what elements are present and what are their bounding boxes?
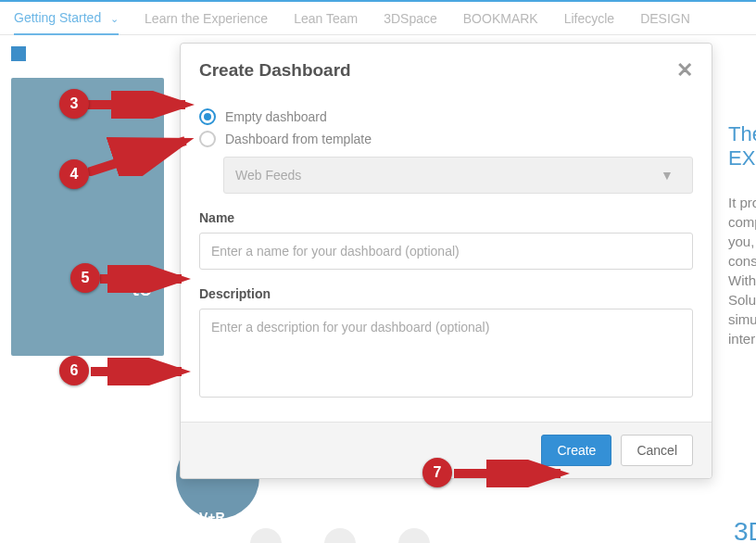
annotation-marker-5: 5 [70, 263, 100, 293]
radio-label: Empty dashboard [225, 109, 327, 124]
dashboard-name-input[interactable] [199, 233, 693, 270]
welcome-card: tc [11, 78, 164, 356]
annotation-marker-7: 7 [422, 458, 452, 487]
tab-learn[interactable]: Learn the Experience [145, 11, 268, 26]
annotation-arrow-7 [454, 460, 574, 487]
tab-label: Getting Started [14, 10, 101, 25]
annotation-arrow-5 [100, 265, 193, 293]
tab-3dspace[interactable]: 3DSpace [384, 11, 437, 26]
annotation-arrow-6 [91, 358, 195, 385]
dialog-title: Create Dashboard [199, 60, 351, 81]
annotation-arrow-3 [88, 91, 199, 119]
app-icon-2 [324, 528, 356, 543]
headline-line2: EXP [728, 146, 756, 170]
annotation-arrow-4 [88, 135, 199, 176]
radio-label: Dashboard from template [225, 132, 372, 146]
ds-logo-icon [11, 46, 26, 61]
headline-1: The EXP [728, 122, 756, 170]
tab-bookmark[interactable]: BOOKMARK [463, 11, 538, 26]
name-label: Name [199, 210, 693, 225]
tab-lifecycle[interactable]: Lifecycle [564, 11, 614, 26]
svg-line-1 [88, 141, 185, 172]
cancel-button[interactable]: Cancel [621, 435, 693, 466]
app-icon-1 [250, 528, 282, 543]
intro-paragraph: It pro comp you, cons With Solu simu int… [728, 193, 756, 348]
tab-bar: Getting Started ⌄ Learn the Experience L… [0, 0, 756, 35]
annotation-marker-4: 4 [59, 159, 89, 189]
tab-getting-started[interactable]: Getting Started ⌄ [14, 10, 119, 35]
radio-icon [199, 108, 216, 125]
create-dashboard-dialog: Create Dashboard ✕ Empty dashboard Dashb… [180, 43, 712, 479]
vr-label: V+R [199, 510, 225, 524]
heading-3d: 3D [734, 517, 756, 543]
chevron-down-icon: ⌄ [110, 13, 119, 24]
template-dropdown[interactable]: Web Feeds ▼ [223, 157, 693, 194]
radio-empty-dashboard[interactable]: Empty dashboard [199, 108, 693, 125]
description-label: Description [199, 286, 693, 301]
tab-design[interactable]: DESIGN [640, 11, 690, 26]
annotation-marker-3: 3 [59, 89, 89, 119]
chevron-down-icon: ▼ [653, 168, 681, 183]
radio-icon [199, 131, 216, 147]
annotation-marker-6: 6 [59, 356, 89, 385]
dropdown-value: Web Feeds [235, 168, 301, 183]
dialog-header: Create Dashboard ✕ [181, 44, 712, 95]
radio-from-template[interactable]: Dashboard from template [199, 131, 693, 147]
tab-lean-team[interactable]: Lean Team [294, 11, 358, 26]
close-icon[interactable]: ✕ [676, 58, 693, 82]
dialog-body: Empty dashboard Dashboard from template … [181, 95, 712, 422]
app-icon-3 [398, 528, 430, 543]
headline-line1: The [728, 122, 756, 145]
dashboard-description-input[interactable] [199, 309, 693, 398]
